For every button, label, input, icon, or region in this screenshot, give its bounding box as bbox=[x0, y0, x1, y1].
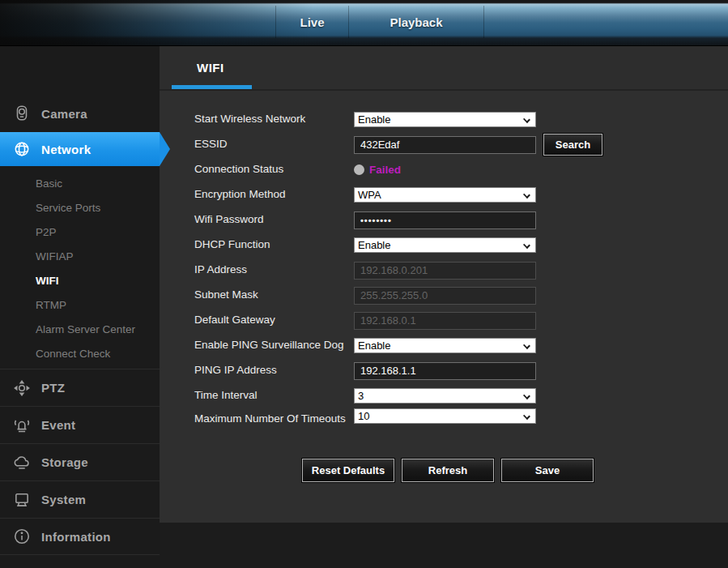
wifi-password-input[interactable] bbox=[354, 211, 536, 229]
sidebar-item-camera[interactable]: Camera bbox=[0, 95, 160, 132]
sidebar-subitem-rtmp[interactable]: RTMP bbox=[0, 293, 160, 317]
field-label: Connection Status bbox=[194, 160, 354, 179]
save-button[interactable]: Save bbox=[501, 459, 594, 482]
sidebar-item-label: Network bbox=[41, 143, 91, 156]
subitem-label: WIFI bbox=[36, 275, 59, 287]
wifi-settings-panel: Start Wireless Network Enable ESSID Sear… bbox=[160, 91, 728, 523]
form-row: Subnet Mask bbox=[194, 283, 728, 308]
sidebar-subitem-wifi[interactable]: WIFI bbox=[0, 268, 160, 293]
ping-ip-address-input[interactable] bbox=[354, 362, 536, 380]
select-value: Enable bbox=[358, 340, 390, 352]
sidebar-subitem-p2p[interactable]: P2P bbox=[0, 220, 160, 244]
sidebar-subitem-service-ports[interactable]: Service Ports bbox=[0, 195, 160, 220]
time-interval-select[interactable]: 3 bbox=[354, 388, 536, 404]
dhcp-function-select[interactable]: Enable bbox=[354, 237, 536, 253]
tab-live-label: Live bbox=[300, 15, 324, 29]
form-row: Encryption Method WPA bbox=[194, 182, 728, 207]
system-monitor-icon bbox=[13, 491, 31, 509]
tab-wifi-label: WIFI bbox=[197, 61, 224, 75]
form-buttons: Reset Defaults Refresh Save bbox=[302, 459, 728, 482]
sidebar-item-event[interactable]: Event bbox=[0, 406, 160, 443]
chevron-down-icon bbox=[523, 412, 530, 420]
field-label: Encryption Method bbox=[194, 186, 354, 204]
subitem-label: RTMP bbox=[36, 299, 66, 311]
subitem-label: P2P bbox=[36, 226, 57, 238]
form-row: ESSID Search bbox=[194, 132, 728, 157]
select-value: Enable bbox=[358, 113, 390, 126]
network-subnav: Basic Service Ports P2P WIFIAP WIFI RTMP… bbox=[0, 171, 160, 365]
field-label: PING IP Address bbox=[194, 361, 354, 380]
camera-icon bbox=[13, 105, 31, 122]
ping-surveillance-dog-select[interactable]: Enable bbox=[354, 338, 536, 353]
form-row: Wifi Password bbox=[194, 207, 728, 233]
essid-input[interactable] bbox=[354, 136, 536, 154]
subitem-label: Basic bbox=[36, 177, 62, 190]
tab-playback-label: Playback bbox=[390, 15, 442, 29]
sidebar-item-system[interactable]: System bbox=[0, 480, 160, 518]
sidebar-subitem-connect-check[interactable]: Connect Check bbox=[0, 341, 160, 365]
sidebar-item-storage[interactable]: Storage bbox=[0, 443, 160, 480]
status-dot-icon bbox=[354, 164, 364, 175]
form-row: Enable PING Surveillance Dog Enable bbox=[194, 333, 728, 358]
sidebar-item-ptz[interactable]: PTZ bbox=[0, 369, 160, 406]
chevron-down-icon bbox=[523, 392, 530, 399]
subnet-mask-input bbox=[354, 287, 536, 305]
sidebar-item-label: System bbox=[41, 493, 86, 506]
select-value: 3 bbox=[358, 390, 364, 402]
form-row: Start Wireless Network Enable bbox=[194, 107, 728, 132]
search-button[interactable]: Search bbox=[543, 134, 602, 156]
form-row: Maximum Number Of Timeouts 10 bbox=[194, 408, 728, 449]
field-label: Maximum Number Of Timeouts bbox=[194, 408, 354, 429]
select-value: WPA bbox=[358, 189, 381, 201]
sidebar-item-label: Storage bbox=[41, 455, 88, 469]
form-row: IP Address bbox=[194, 258, 728, 283]
field-label: Start Wireless Network bbox=[194, 110, 354, 129]
subitem-label: WIFIAP bbox=[36, 250, 74, 263]
select-value: Enable bbox=[358, 239, 390, 251]
tab-live[interactable]: Live bbox=[275, 6, 348, 38]
bottom-filler bbox=[160, 523, 728, 568]
sidebar-item-information[interactable]: Information bbox=[0, 518, 160, 555]
field-label: Enable PING Surveillance Dog bbox=[194, 336, 354, 355]
field-label: Wifi Password bbox=[194, 211, 354, 229]
information-icon bbox=[13, 527, 31, 545]
default-gateway-input bbox=[354, 312, 536, 330]
field-label: Default Gateway bbox=[194, 311, 354, 330]
sidebar-item-label: Event bbox=[41, 418, 75, 432]
ptz-dpad-icon bbox=[13, 379, 31, 397]
subitem-label: Connect Check bbox=[36, 348, 110, 360]
start-wireless-network-select[interactable]: Enable bbox=[354, 112, 536, 127]
chevron-down-icon bbox=[523, 342, 530, 349]
top-bar: Live Playback bbox=[0, 0, 728, 46]
tab-active-underline bbox=[172, 85, 252, 89]
sidebar-subitem-alarm-server-center[interactable]: Alarm Server Center bbox=[0, 317, 160, 341]
form-row: PING IP Address bbox=[194, 358, 728, 383]
chevron-down-icon bbox=[523, 191, 530, 199]
sidebar-item-network[interactable]: Network bbox=[0, 132, 160, 166]
sidebar-subitem-wifiap[interactable]: WIFIAP bbox=[0, 244, 160, 268]
reset-defaults-button[interactable]: Reset Defaults bbox=[302, 459, 394, 482]
chevron-down-icon bbox=[523, 116, 530, 123]
sidebar-item-label: Information bbox=[41, 530, 111, 544]
ip-address-input bbox=[354, 262, 536, 280]
refresh-button[interactable]: Refresh bbox=[402, 459, 494, 482]
field-label: Time Interval bbox=[194, 386, 354, 405]
select-value: 10 bbox=[358, 410, 369, 422]
tab-wifi[interactable]: WIFI bbox=[172, 46, 252, 89]
form-row: Default Gateway bbox=[194, 308, 728, 333]
sidebar-subitem-basic[interactable]: Basic bbox=[0, 171, 160, 195]
subitem-label: Service Ports bbox=[36, 202, 100, 214]
chevron-down-icon bbox=[523, 241, 530, 249]
sidebar-item-label: PTZ bbox=[41, 381, 65, 395]
sidebar: Camera Network Basic Service Ports P2P bbox=[0, 46, 160, 568]
field-label: Subnet Mask bbox=[194, 286, 354, 305]
max-timeouts-select[interactable]: 10 bbox=[354, 408, 536, 424]
field-label: DHCP Function bbox=[194, 236, 354, 254]
tab-playback[interactable]: Playback bbox=[348, 6, 484, 38]
form-row: Connection Status Failed bbox=[194, 157, 728, 182]
encryption-method-select[interactable]: WPA bbox=[354, 187, 536, 203]
field-label: ESSID bbox=[194, 135, 354, 154]
tab-strip: WIFI bbox=[160, 46, 728, 91]
subitem-label: Alarm Server Center bbox=[36, 323, 135, 335]
network-globe-icon bbox=[13, 140, 31, 158]
